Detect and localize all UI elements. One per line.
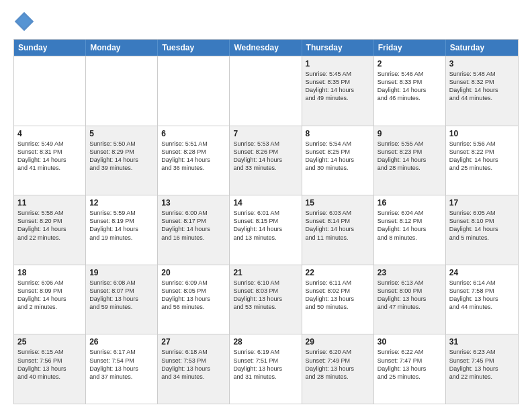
cal-cell: 20Sunrise: 6:09 AM Sunset: 8:05 PM Dayli… xyxy=(158,265,230,334)
cell-info: Sunrise: 6:13 AM Sunset: 8:00 PM Dayligh… xyxy=(378,279,442,312)
cal-cell: 25Sunrise: 6:15 AM Sunset: 7:56 PM Dayli… xyxy=(14,334,86,404)
cal-cell: 11Sunrise: 5:58 AM Sunset: 8:20 PM Dayli… xyxy=(14,195,86,265)
calendar: SundayMondayTuesdayWednesdayThursdayFrid… xyxy=(13,39,519,404)
day-number: 13 xyxy=(161,198,226,208)
day-number: 20 xyxy=(161,268,226,277)
cal-cell: 18Sunrise: 6:06 AM Sunset: 8:09 PM Dayli… xyxy=(14,265,86,334)
cell-info: Sunrise: 5:48 AM Sunset: 8:32 PM Dayligh… xyxy=(449,70,515,103)
header-day-sunday: Sunday xyxy=(14,40,86,56)
day-number: 9 xyxy=(378,129,442,138)
cal-cell: 14Sunrise: 6:01 AM Sunset: 8:15 PM Dayli… xyxy=(230,195,302,265)
cell-info: Sunrise: 6:22 AM Sunset: 7:47 PM Dayligh… xyxy=(378,348,442,381)
cell-info: Sunrise: 5:51 AM Sunset: 8:28 PM Dayligh… xyxy=(161,140,226,173)
cell-info: Sunrise: 6:17 AM Sunset: 7:54 PM Dayligh… xyxy=(89,348,154,381)
cal-cell: 2Sunrise: 5:46 AM Sunset: 8:33 PM Daylig… xyxy=(374,56,446,126)
calendar-row-1: 4Sunrise: 5:49 AM Sunset: 8:31 PM Daylig… xyxy=(14,126,518,195)
day-number: 1 xyxy=(306,59,370,68)
header-day-thursday: Thursday xyxy=(302,40,374,56)
cal-cell: 28Sunrise: 6:19 AM Sunset: 7:51 PM Dayli… xyxy=(230,334,302,404)
day-number: 8 xyxy=(306,129,370,138)
cal-cell: 7Sunrise: 5:53 AM Sunset: 8:26 PM Daylig… xyxy=(230,126,302,195)
day-number: 2 xyxy=(378,59,442,68)
cal-cell: 13Sunrise: 6:00 AM Sunset: 8:17 PM Dayli… xyxy=(158,195,230,265)
calendar-row-3: 18Sunrise: 6:06 AM Sunset: 8:09 PM Dayli… xyxy=(14,265,518,334)
cell-info: Sunrise: 6:14 AM Sunset: 7:58 PM Dayligh… xyxy=(449,279,515,312)
cal-cell: 6Sunrise: 5:51 AM Sunset: 8:28 PM Daylig… xyxy=(158,126,230,195)
day-number: 29 xyxy=(306,337,370,347)
day-number: 11 xyxy=(17,198,82,208)
cal-cell: 15Sunrise: 6:03 AM Sunset: 8:14 PM Dayli… xyxy=(302,195,374,265)
day-number: 25 xyxy=(17,337,82,347)
cal-cell xyxy=(158,56,230,126)
cell-info: Sunrise: 6:11 AM Sunset: 8:02 PM Dayligh… xyxy=(306,279,370,312)
day-number: 28 xyxy=(233,337,298,347)
page: SundayMondayTuesdayWednesdayThursdayFrid… xyxy=(0,0,532,411)
day-number: 16 xyxy=(378,198,442,208)
cell-info: Sunrise: 6:04 AM Sunset: 8:12 PM Dayligh… xyxy=(378,209,442,242)
cell-info: Sunrise: 5:50 AM Sunset: 8:29 PM Dayligh… xyxy=(89,140,154,173)
cell-info: Sunrise: 6:00 AM Sunset: 8:17 PM Dayligh… xyxy=(161,209,226,242)
cell-info: Sunrise: 6:09 AM Sunset: 8:05 PM Dayligh… xyxy=(161,279,226,312)
cell-info: Sunrise: 5:59 AM Sunset: 8:19 PM Dayligh… xyxy=(89,209,154,242)
cal-cell: 12Sunrise: 5:59 AM Sunset: 8:19 PM Dayli… xyxy=(86,195,158,265)
calendar-row-2: 11Sunrise: 5:58 AM Sunset: 8:20 PM Dayli… xyxy=(14,195,518,265)
cell-info: Sunrise: 5:58 AM Sunset: 8:20 PM Dayligh… xyxy=(17,209,82,242)
logo-icon xyxy=(13,11,35,32)
cal-cell: 21Sunrise: 6:10 AM Sunset: 8:03 PM Dayli… xyxy=(230,265,302,334)
day-number: 18 xyxy=(17,268,82,277)
cal-cell: 23Sunrise: 6:13 AM Sunset: 8:00 PM Dayli… xyxy=(374,265,446,334)
cell-info: Sunrise: 5:54 AM Sunset: 8:25 PM Dayligh… xyxy=(306,140,370,173)
cell-info: Sunrise: 6:03 AM Sunset: 8:14 PM Dayligh… xyxy=(306,209,370,242)
day-number: 14 xyxy=(233,198,298,208)
day-number: 31 xyxy=(449,337,515,347)
day-number: 26 xyxy=(89,337,154,347)
day-number: 23 xyxy=(378,268,442,277)
cal-cell: 22Sunrise: 6:11 AM Sunset: 8:02 PM Dayli… xyxy=(302,265,374,334)
cal-cell xyxy=(14,56,86,126)
day-number: 10 xyxy=(449,129,515,138)
cell-info: Sunrise: 6:05 AM Sunset: 8:10 PM Dayligh… xyxy=(449,209,515,242)
cell-info: Sunrise: 5:55 AM Sunset: 8:23 PM Dayligh… xyxy=(378,140,442,173)
calendar-row-0: 1Sunrise: 5:45 AM Sunset: 8:35 PM Daylig… xyxy=(14,56,518,126)
cell-info: Sunrise: 6:01 AM Sunset: 8:15 PM Dayligh… xyxy=(233,209,298,242)
cell-info: Sunrise: 6:23 AM Sunset: 7:45 PM Dayligh… xyxy=(449,348,515,381)
cal-cell: 29Sunrise: 6:20 AM Sunset: 7:49 PM Dayli… xyxy=(302,334,374,404)
day-number: 17 xyxy=(449,198,515,208)
cal-cell: 1Sunrise: 5:45 AM Sunset: 8:35 PM Daylig… xyxy=(302,56,374,126)
cell-info: Sunrise: 5:49 AM Sunset: 8:31 PM Dayligh… xyxy=(17,140,82,173)
day-number: 3 xyxy=(449,59,515,68)
cell-info: Sunrise: 5:53 AM Sunset: 8:26 PM Dayligh… xyxy=(233,140,298,173)
cell-info: Sunrise: 6:15 AM Sunset: 7:56 PM Dayligh… xyxy=(17,348,82,381)
cal-cell xyxy=(230,56,302,126)
cal-cell: 9Sunrise: 5:55 AM Sunset: 8:23 PM Daylig… xyxy=(374,126,446,195)
day-number: 24 xyxy=(449,268,515,277)
cell-info: Sunrise: 6:20 AM Sunset: 7:49 PM Dayligh… xyxy=(306,348,370,381)
svg-marker-1 xyxy=(17,14,31,28)
day-number: 30 xyxy=(378,337,442,347)
day-number: 22 xyxy=(306,268,370,277)
cell-info: Sunrise: 6:18 AM Sunset: 7:53 PM Dayligh… xyxy=(161,348,226,381)
day-number: 7 xyxy=(233,129,298,138)
cal-cell: 8Sunrise: 5:54 AM Sunset: 8:25 PM Daylig… xyxy=(302,126,374,195)
cal-cell: 30Sunrise: 6:22 AM Sunset: 7:47 PM Dayli… xyxy=(374,334,446,404)
cal-cell: 17Sunrise: 6:05 AM Sunset: 8:10 PM Dayli… xyxy=(446,195,518,265)
day-number: 12 xyxy=(89,198,154,208)
calendar-body: 1Sunrise: 5:45 AM Sunset: 8:35 PM Daylig… xyxy=(14,56,518,404)
day-number: 5 xyxy=(89,129,154,138)
cal-cell: 16Sunrise: 6:04 AM Sunset: 8:12 PM Dayli… xyxy=(374,195,446,265)
cal-cell: 5Sunrise: 5:50 AM Sunset: 8:29 PM Daylig… xyxy=(86,126,158,195)
day-number: 15 xyxy=(306,198,370,208)
header-day-wednesday: Wednesday xyxy=(230,40,302,56)
day-number: 4 xyxy=(17,129,82,138)
cal-cell xyxy=(86,56,158,126)
cal-cell: 27Sunrise: 6:18 AM Sunset: 7:53 PM Dayli… xyxy=(158,334,230,404)
cal-cell: 24Sunrise: 6:14 AM Sunset: 7:58 PM Dayli… xyxy=(446,265,518,334)
cell-info: Sunrise: 6:06 AM Sunset: 8:09 PM Dayligh… xyxy=(17,279,82,312)
cell-info: Sunrise: 5:45 AM Sunset: 8:35 PM Dayligh… xyxy=(306,70,370,103)
header-day-saturday: Saturday xyxy=(446,40,518,56)
cal-cell: 19Sunrise: 6:08 AM Sunset: 8:07 PM Dayli… xyxy=(86,265,158,334)
cal-cell: 26Sunrise: 6:17 AM Sunset: 7:54 PM Dayli… xyxy=(86,334,158,404)
cell-info: Sunrise: 6:19 AM Sunset: 7:51 PM Dayligh… xyxy=(233,348,298,381)
day-number: 27 xyxy=(161,337,226,347)
cal-cell: 3Sunrise: 5:48 AM Sunset: 8:32 PM Daylig… xyxy=(446,56,518,126)
